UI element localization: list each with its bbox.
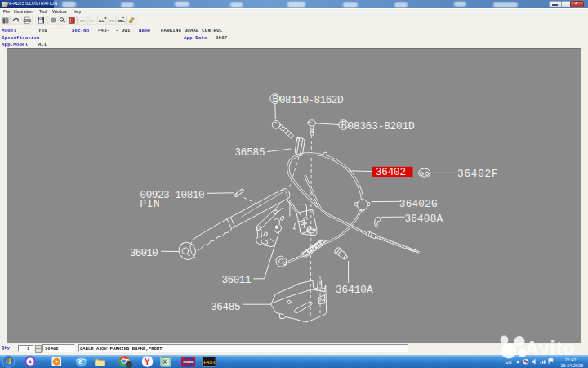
svg-text:Y: Y [145,357,150,366]
svg-text:08363-8201D: 08363-8201D [348,121,415,132]
svg-text:36402G: 36402G [399,199,438,210]
svg-text:SEC: SEC [80,18,87,22]
svg-text:36402F: 36402F [457,168,498,180]
svg-text:ILL: ILL [99,18,105,22]
svg-text:36011: 36011 [222,275,252,286]
svg-text:X: X [163,358,167,366]
svg-text:36485: 36485 [211,302,241,313]
svg-text:36410A: 36410A [336,285,373,296]
svg-text:SEC: SEC [118,18,126,22]
svg-text:B: B [273,94,279,105]
svg-text:36585: 36585 [235,147,265,159]
svg-text:SEC: SEC [109,18,116,22]
svg-text:ILL: ILL [90,18,95,22]
svg-text:FAST: FAST [204,359,216,364]
svg-text:36402: 36402 [376,167,406,178]
svg-text:36010: 36010 [130,248,158,259]
svg-text:PIN: PIN [140,199,160,210]
svg-text:36408A: 36408A [405,213,443,225]
svg-text:B: B [341,120,348,132]
svg-text:e: e [78,356,82,366]
svg-text:NISSAN: NISSAN [183,360,194,363]
svg-text:08110-8162D: 08110-8162D [279,95,344,106]
